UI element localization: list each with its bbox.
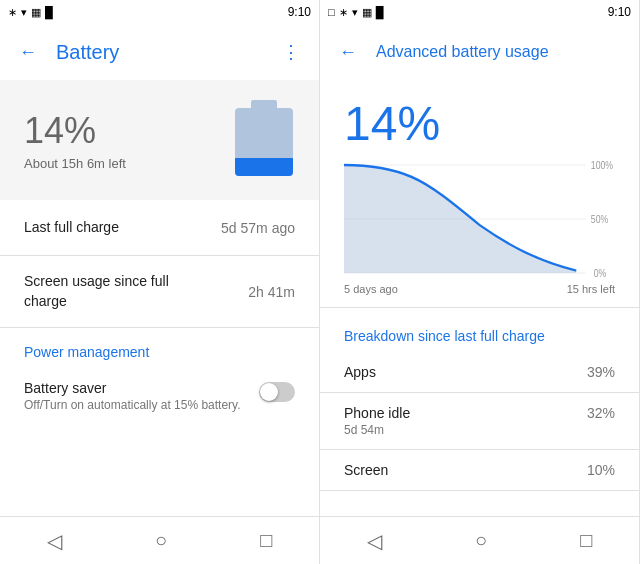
chart-svg: 100% 50% 0% bbox=[344, 159, 615, 279]
last-charge-label: Last full charge bbox=[24, 218, 119, 238]
status-bar-left: ∗ ▾ ▦ █ 9:10 bbox=[0, 0, 319, 24]
battery-time-left: About 15h 6m left bbox=[24, 156, 126, 171]
right-panel: □ ∗ ▾ ▦ █ 9:10 ← Advanced battery usage … bbox=[320, 0, 640, 564]
app-bar-left: ← Battery ⋮ bbox=[0, 24, 319, 80]
breakdown-screen: Screen 10% bbox=[320, 450, 639, 491]
recent-nav-left[interactable]: □ bbox=[260, 529, 272, 552]
svg-text:100%: 100% bbox=[591, 159, 614, 171]
page-title-right: Advanced battery usage bbox=[376, 43, 631, 61]
chart-divider bbox=[320, 307, 639, 308]
apps-label-wrap: Apps bbox=[344, 364, 376, 380]
photo-icon: □ bbox=[328, 6, 335, 18]
battery-fill bbox=[235, 158, 293, 176]
nav-bar-right: ◁ ○ □ bbox=[320, 516, 639, 564]
phone-idle-label-wrap: Phone idle 5d 54m bbox=[344, 405, 410, 437]
last-charge-value: 5d 57m ago bbox=[221, 220, 295, 236]
toggle-thumb bbox=[260, 383, 278, 401]
battery-icon-r: █ bbox=[376, 6, 384, 18]
phone-idle-sub: 5d 54m bbox=[344, 423, 410, 437]
app-bar-right: ← Advanced battery usage bbox=[320, 24, 639, 80]
screen-usage-value: 2h 41m bbox=[248, 284, 295, 300]
screen-label-wrap: Screen bbox=[344, 462, 388, 478]
back-nav-right[interactable]: ◁ bbox=[367, 529, 382, 553]
home-nav-left[interactable]: ○ bbox=[155, 529, 167, 552]
breakdown-header: Breakdown since last full charge bbox=[320, 320, 639, 352]
chart-label-end: 15 hrs left bbox=[567, 283, 615, 295]
left-panel: ∗ ▾ ▦ █ 9:10 ← Battery ⋮ 14% About 15h 6… bbox=[0, 0, 320, 564]
signal-icon-r: ▦ bbox=[362, 6, 372, 19]
chart-label-start: 5 days ago bbox=[344, 283, 398, 295]
battery-icon-status: █ bbox=[45, 6, 53, 18]
recent-nav-right[interactable]: □ bbox=[580, 529, 592, 552]
status-time-right: 9:10 bbox=[608, 5, 631, 19]
battery-chart: 100% 50% 0% bbox=[320, 159, 639, 279]
signal-icon: ▦ bbox=[31, 6, 41, 19]
nav-bar-left: ◁ ○ □ bbox=[0, 516, 319, 564]
screen-usage-label: Screen usage since full charge bbox=[24, 272, 194, 311]
svg-text:0%: 0% bbox=[594, 267, 607, 279]
bluetooth-icon: ∗ bbox=[8, 6, 17, 19]
page-title-left: Battery bbox=[56, 41, 271, 64]
battery-saver-item[interactable]: Battery saver Off/Turn on automatically … bbox=[0, 368, 319, 424]
list-item-last-charge: Last full charge 5d 57m ago bbox=[0, 200, 319, 256]
svg-text:50%: 50% bbox=[591, 213, 609, 225]
status-icons-right: □ ∗ ▾ ▦ █ bbox=[328, 6, 383, 19]
status-icons-left: ∗ ▾ ▦ █ bbox=[8, 6, 53, 19]
phone-idle-value: 32% bbox=[587, 405, 615, 421]
wifi-icon-r: ▾ bbox=[352, 6, 358, 19]
power-management-header: Power management bbox=[0, 328, 319, 368]
battery-percent: 14% bbox=[24, 110, 126, 152]
chart-x-labels: 5 days ago 15 hrs left bbox=[320, 279, 639, 295]
home-nav-right[interactable]: ○ bbox=[475, 529, 487, 552]
apps-value: 39% bbox=[587, 364, 615, 380]
battery-saver-text: Battery saver Off/Turn on automatically … bbox=[24, 380, 241, 412]
breakdown-apps: Apps 39% bbox=[320, 352, 639, 393]
advanced-battery-percent: 14% bbox=[320, 80, 639, 159]
battery-saver-toggle[interactable] bbox=[259, 382, 295, 402]
battery-info: 14% About 15h 6m left bbox=[24, 110, 126, 171]
bluetooth-icon-r: ∗ bbox=[339, 6, 348, 19]
screen-label: Screen bbox=[344, 462, 388, 478]
screen-value: 10% bbox=[587, 462, 615, 478]
breakdown-phone-idle: Phone idle 5d 54m 32% bbox=[320, 393, 639, 450]
battery-saver-title: Battery saver bbox=[24, 380, 241, 396]
back-button-left[interactable]: ← bbox=[8, 32, 48, 72]
battery-icon-graphic bbox=[235, 100, 295, 180]
status-time-left: 9:10 bbox=[288, 5, 311, 19]
list-item-screen-usage: Screen usage since full charge 2h 41m bbox=[0, 256, 319, 328]
battery-card: 14% About 15h 6m left bbox=[0, 80, 319, 200]
back-button-right[interactable]: ← bbox=[328, 32, 368, 72]
apps-label: Apps bbox=[344, 364, 376, 380]
more-button[interactable]: ⋮ bbox=[271, 32, 311, 72]
battery-saver-sub: Off/Turn on automatically at 15% battery… bbox=[24, 398, 241, 412]
battery-body bbox=[235, 108, 293, 176]
wifi-icon: ▾ bbox=[21, 6, 27, 19]
back-nav-left[interactable]: ◁ bbox=[47, 529, 62, 553]
phone-idle-label: Phone idle bbox=[344, 405, 410, 421]
status-bar-right: □ ∗ ▾ ▦ █ 9:10 bbox=[320, 0, 639, 24]
battery-stats-list: Last full charge 5d 57m ago Screen usage… bbox=[0, 200, 319, 328]
